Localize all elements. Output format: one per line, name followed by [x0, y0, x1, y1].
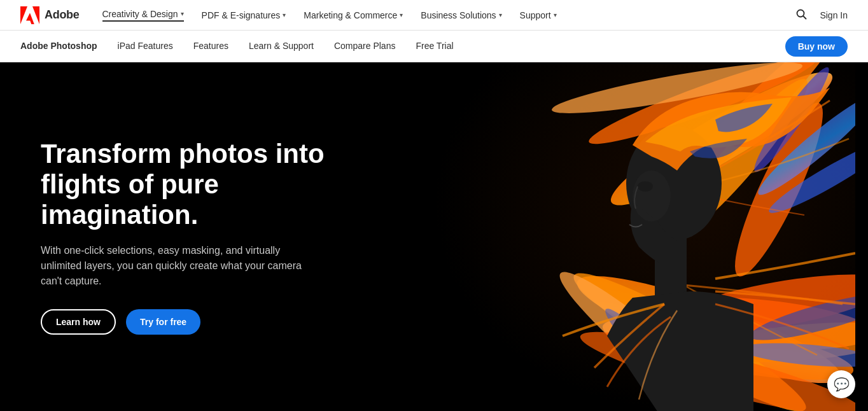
nav-item-creativity-design[interactable]: Creativity & Design ▾: [102, 9, 184, 22]
top-nav-right: Sign In: [793, 6, 848, 25]
nav-item-support[interactable]: Support ▾: [520, 10, 557, 20]
chat-widget[interactable]: 💬: [827, 370, 855, 398]
sub-nav-item-compare-plans[interactable]: Compare Plans: [334, 41, 396, 52]
nav-item-pdf-esignatures[interactable]: PDF & E-signatures ▾: [202, 10, 286, 20]
sub-nav-item-learn-support[interactable]: Learn & Support: [249, 41, 314, 52]
adobe-logo-icon: [20, 6, 39, 24]
buy-now-button[interactable]: Buy now: [785, 36, 848, 57]
adobe-logo[interactable]: Adobe: [20, 6, 80, 24]
hero-content: Transform photos into flights of pure im…: [0, 139, 414, 335]
sub-nav-item-ipad-features[interactable]: iPad Features: [118, 41, 173, 52]
hero-section: Transform photos into flights of pure im…: [0, 62, 868, 411]
sub-nav-item-adobe-photoshop[interactable]: Adobe Photoshop: [20, 41, 97, 52]
sub-navigation: Adobe Photoshop iPad Features Features L…: [0, 31, 868, 62]
chevron-down-icon: ▾: [400, 11, 403, 18]
try-for-free-button[interactable]: Try for free: [126, 309, 200, 335]
chevron-down-icon: ▾: [181, 10, 184, 17]
top-navigation: Adobe Creativity & Design ▾ PDF & E-sign…: [0, 0, 868, 31]
nav-item-business-solutions[interactable]: Business Solutions ▾: [421, 10, 501, 20]
hero-buttons: Learn how Try for free: [41, 309, 373, 335]
main-nav-items: Creativity & Design ▾ PDF & E-signatures…: [102, 9, 557, 22]
adobe-logo-text: Adobe: [45, 8, 80, 22]
nav-item-marketing-commerce[interactable]: Marketing & Commerce ▾: [304, 10, 403, 20]
hero-illustration: [435, 62, 855, 411]
search-icon: [795, 8, 807, 20]
chat-icon: 💬: [834, 377, 850, 392]
svg-line-1: [804, 16, 806, 18]
svg-point-25: [633, 171, 671, 221]
hero-title: Transform photos into flights of pure im…: [41, 139, 373, 231]
svg-point-0: [797, 10, 804, 17]
sign-in-link[interactable]: Sign In: [820, 10, 848, 20]
chevron-down-icon: ▾: [554, 11, 557, 18]
hero-image: [423, 62, 868, 411]
chevron-down-icon: ▾: [499, 11, 502, 18]
sub-nav-item-features[interactable]: Features: [193, 41, 228, 52]
sub-nav-item-free-trial[interactable]: Free Trial: [416, 41, 453, 52]
top-nav-left: Adobe Creativity & Design ▾ PDF & E-sign…: [20, 6, 557, 24]
svg-point-26: [638, 181, 653, 192]
hero-subtitle: With one-click selections, easy masking,…: [41, 243, 308, 289]
chevron-down-icon: ▾: [283, 11, 286, 18]
learn-how-button[interactable]: Learn how: [41, 309, 116, 335]
sub-nav-items: Adobe Photoshop iPad Features Features L…: [20, 41, 762, 52]
search-button[interactable]: [793, 6, 809, 25]
